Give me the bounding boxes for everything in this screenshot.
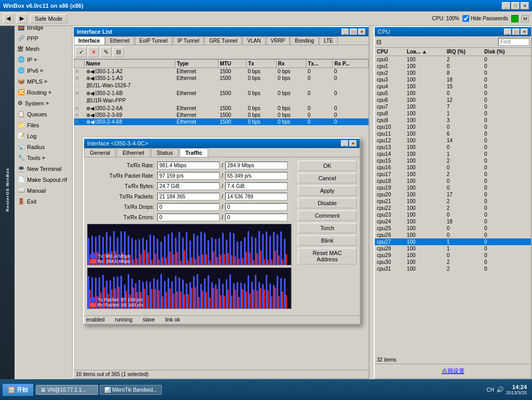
list-item[interactable]: cpu28 100 1 0	[375, 245, 531, 252]
col-tx[interactable]: Tx	[246, 60, 276, 68]
dtab-traffic[interactable]: Traffic	[180, 148, 208, 157]
dtab-general[interactable]: General	[84, 148, 116, 157]
list-item[interactable]: cpu7 100 7 0	[375, 103, 531, 110]
sidebar-item-terminal[interactable]: 💻 New Terminal	[15, 163, 72, 174]
edit-button[interactable]: ✎	[100, 47, 112, 57]
back-button[interactable]: ◀	[3, 14, 13, 23]
reset-mac-button[interactable]: Reset MAC Address	[298, 248, 357, 264]
list-item[interactable]: cpu10 100 0 0	[375, 124, 531, 130]
sidebar-item-files[interactable]: 📁 Files	[15, 119, 72, 130]
comment-button[interactable]: Comment	[298, 210, 357, 221]
table-row[interactable]: R ⊕◀I350-1-1-A3 Ethernet 1500 0 bps 0 bp…	[74, 75, 369, 82]
list-item[interactable]: cpu12 100 14 0	[375, 137, 531, 144]
list-item[interactable]: cpu15 100 2 0	[375, 157, 531, 164]
cpu-bottom-link[interactable]: 点我设置	[442, 367, 465, 375]
ok-button[interactable]: OK	[298, 161, 357, 171]
dialog-close-button[interactable]: ✕	[349, 140, 357, 146]
tab-lte[interactable]: LTE	[319, 36, 338, 45]
list-item[interactable]: cpu18 100 0 0	[375, 178, 531, 184]
add-button[interactable]: ✓	[75, 47, 87, 57]
iface-close-button[interactable]: ✕	[358, 29, 365, 35]
list-item[interactable]: cpu9 100 3 0	[375, 117, 531, 124]
close-button[interactable]: ✕	[521, 2, 529, 9]
cpu-col-disk[interactable]: Disk (%)	[482, 48, 523, 56]
list-item[interactable]: cpu19 100 0 0	[375, 184, 531, 191]
maximize-button[interactable]: □	[511, 2, 520, 9]
taskbar-item-winbox[interactable]: 🖥 Vhl@10.77.1.1...	[36, 385, 98, 395]
stat-drops-tx[interactable]	[157, 203, 220, 211]
list-item[interactable]: cpu31 100 2 0	[375, 265, 531, 272]
list-item[interactable]: cpu2 100 8 0	[375, 70, 531, 76]
list-item[interactable]: cpu25 100 0 0	[375, 225, 531, 232]
apply-button[interactable]: Apply	[298, 185, 357, 196]
dtab-status[interactable]: Status	[151, 148, 179, 157]
tab-ethernet[interactable]: Ethernet	[105, 36, 134, 45]
stat-bytes-rx[interactable]	[225, 182, 288, 190]
stat-packets-tx[interactable]	[157, 193, 220, 201]
stat-errors-rx[interactable]	[225, 214, 288, 221]
col-type[interactable]: Type	[175, 60, 218, 68]
sidebar-item-exit[interactable]: 🚪 Exit	[15, 196, 72, 207]
list-item[interactable]: cpu3 100 18 0	[375, 76, 531, 83]
stat-txrx-rate-rx[interactable]	[225, 162, 288, 169]
hide-passwords-checkbox[interactable]	[462, 15, 469, 22]
table-row[interactable]: R ⊕◀I350-2-3-69 Ethernet 1500 0 bps 0 bp…	[74, 112, 369, 118]
sidebar-item-ppp[interactable]: 🔗 PPP	[15, 33, 72, 44]
stat-packets-rx[interactable]	[225, 193, 288, 201]
list-item[interactable]: cpu22 100 2 0	[375, 205, 531, 211]
cpu-table-wrap[interactable]: CPU Loa... ▲ IRQ (%) Disk (%) cpu0 100 2…	[375, 48, 531, 365]
list-item[interactable]: cpu14 100 1 0	[375, 151, 531, 157]
sidebar-item-tools[interactable]: 🔧 Tools ▶	[15, 152, 72, 163]
list-item[interactable]: cpu21 100 2 0	[375, 198, 531, 205]
list-item[interactable]: cpu16 100 0 0	[375, 164, 531, 171]
table-row[interactable]: R ⊕◀I350-1-1-A2 Ethernet 1500 0 bps 0 bp…	[74, 68, 369, 75]
dialog-min-button[interactable]: _	[341, 140, 348, 146]
cpu-col-cpu[interactable]: CPU	[375, 48, 405, 56]
list-item[interactable]: cpu24 100 18 0	[375, 218, 531, 225]
disable-button[interactable]: Disable	[298, 198, 357, 208]
tab-gre[interactable]: GRE Tunnel	[204, 36, 242, 45]
blink-button[interactable]: Blink	[298, 235, 357, 246]
list-item[interactable]: cpu29 100 0 0	[375, 252, 531, 259]
list-item[interactable]: cpu8 100 1 0	[375, 110, 531, 117]
tab-iptunnel[interactable]: IP Tunnel	[173, 36, 204, 45]
torch-button[interactable]: Torch	[298, 223, 357, 233]
list-item[interactable]: cpu23 100 0 0	[375, 211, 531, 218]
table-row[interactable]: R ⊕◀I350-2-2-6A Ethernet 1500 0 bps 0 bp…	[74, 105, 369, 112]
list-item[interactable]: cpu4 100 15 0	[375, 83, 531, 90]
table-row[interactable]: ... 原U1L-Wan-1526-7	[74, 82, 369, 90]
cpu-min-button[interactable]: _	[504, 29, 511, 35]
tab-interface[interactable]: Interface	[74, 36, 105, 45]
stat-pkt-rate-tx[interactable]	[157, 172, 220, 180]
col-name[interactable]: Name	[85, 60, 175, 68]
iface-min-button[interactable]: _	[342, 29, 349, 35]
filter-button[interactable]: ⊟	[113, 47, 124, 57]
start-button[interactable]: 🪟 开始	[2, 383, 34, 396]
table-row[interactable]: R ⊕◀I350-2-4-68 Ethernet 1500 0 bps 0 bp…	[74, 118, 369, 125]
table-row[interactable]: ... 原U1R-Wan-PPP	[74, 97, 369, 105]
tab-bonding[interactable]: Bonding	[290, 36, 319, 45]
stat-errors-tx[interactable]	[157, 214, 220, 221]
cpu-col-load[interactable]: Loa... ▲	[405, 48, 445, 56]
sidebar-item-mpls[interactable]: 📦 MPLS ▶	[15, 76, 72, 87]
cpu-col-irq[interactable]: IRQ (%)	[445, 48, 482, 56]
tab-eoip[interactable]: EoIP Tunnel	[135, 36, 172, 45]
cpu-close-button[interactable]: ✕	[521, 29, 528, 35]
list-item[interactable]: cpu26 100 0 0	[375, 232, 531, 238]
stat-drops-rx[interactable]	[225, 203, 288, 211]
sidebar-item-mesh[interactable]: 🕸 Mesh	[15, 44, 72, 54]
sidebar-item-manual[interactable]: 📖 Manual	[15, 185, 72, 196]
sidebar-item-ipv6[interactable]: 🌐 IPv6 ▶	[15, 65, 72, 76]
minimize-button[interactable]: _	[502, 2, 510, 9]
list-item[interactable]: cpu20 100 17 0	[375, 191, 531, 198]
list-item[interactable]: cpu17 100 2 0	[375, 171, 531, 178]
col-rx2[interactable]: Rx P...	[333, 60, 369, 68]
col-rx[interactable]: Rx	[276, 60, 306, 68]
stat-txrx-rate-tx[interactable]	[157, 162, 220, 169]
sidebar-item-radius[interactable]: 📡 Radius	[15, 141, 72, 152]
tab-vlan[interactable]: VLAN	[242, 36, 265, 45]
safemode-button[interactable]: Safe Mode	[30, 14, 67, 23]
find-input[interactable]	[498, 38, 529, 46]
list-item[interactable]: cpu13 100 0 0	[375, 144, 531, 151]
remove-button[interactable]: ✕	[88, 47, 99, 57]
